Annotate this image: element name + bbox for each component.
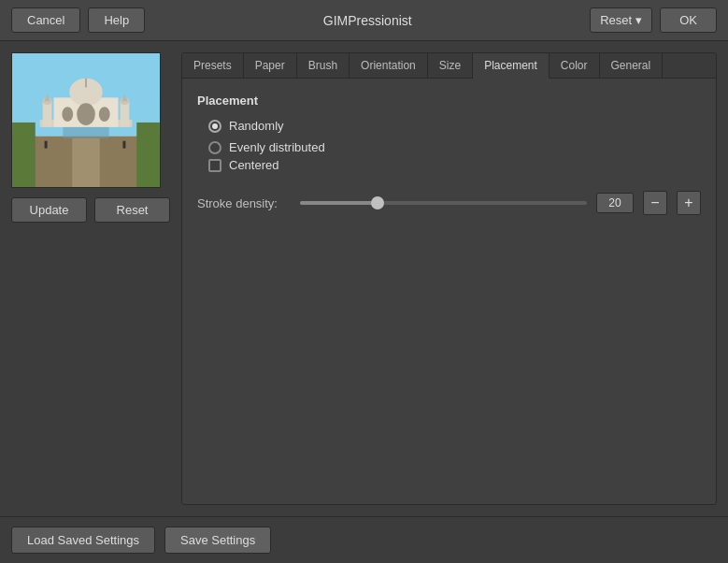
radio-evenly-indicator — [208, 141, 221, 154]
tab-general[interactable]: General — [600, 53, 664, 78]
image-reset-button[interactable]: Reset — [94, 197, 170, 223]
header-left-buttons: Cancel Help — [11, 7, 145, 33]
tab-size[interactable]: Size — [428, 53, 473, 78]
cancel-button[interactable]: Cancel — [11, 7, 80, 33]
tab-placement[interactable]: Placement — [473, 53, 550, 79]
placement-radio-group: Randomly Evenly distributed — [208, 119, 701, 154]
radio-randomly-label: Randomly — [229, 119, 284, 133]
tab-paper[interactable]: Paper — [244, 53, 297, 78]
update-button[interactable]: Update — [11, 197, 87, 223]
checkbox-centered-box — [208, 159, 221, 172]
checkbox-centered[interactable]: Centered — [208, 158, 701, 172]
svg-point-15 — [62, 107, 73, 122]
tab-orientation[interactable]: Orientation — [350, 53, 428, 78]
svg-rect-2 — [12, 123, 36, 187]
stroke-density-slider[interactable] — [300, 201, 587, 205]
save-settings-button[interactable]: Save Settings — [164, 527, 271, 554]
load-settings-button[interactable]: Load Saved Settings — [11, 527, 155, 554]
placement-content: Placement Randomly Evenly distributed Ce… — [182, 79, 716, 504]
placement-title: Placement — [197, 94, 701, 108]
radio-evenly[interactable]: Evenly distributed — [208, 140, 701, 154]
reset-button[interactable]: Reset ▾ — [590, 7, 652, 33]
preview-image — [11, 52, 161, 188]
stroke-density-row: Stroke density: 20 − + — [197, 191, 701, 215]
left-panel: Update Reset — [11, 52, 170, 505]
main-content: Update Reset Presets Paper Brush Orienta… — [0, 41, 728, 516]
stroke-density-label: Stroke density: — [197, 196, 291, 210]
stroke-density-decrement[interactable]: − — [643, 191, 667, 215]
app-title: GIMPressionist — [323, 13, 412, 28]
header: Cancel Help GIMPressionist Reset ▾ OK — [0, 0, 728, 41]
svg-rect-18 — [72, 138, 100, 187]
svg-rect-3 — [136, 123, 160, 187]
tab-brush[interactable]: Brush — [297, 53, 350, 78]
svg-rect-20 — [122, 141, 125, 149]
tabs: Presets Paper Brush Orientation Size Pla… — [182, 53, 716, 79]
svg-rect-17 — [63, 127, 108, 138]
svg-point-16 — [99, 107, 110, 122]
slider-thumb[interactable] — [371, 196, 384, 209]
header-right-buttons: Reset ▾ OK — [590, 7, 717, 33]
reset-label: Reset — [600, 13, 632, 27]
tab-color[interactable]: Color — [550, 53, 600, 78]
svg-rect-6 — [43, 101, 52, 127]
svg-rect-13 — [85, 79, 87, 88]
ok-button[interactable]: OK — [660, 7, 717, 33]
tab-presets[interactable]: Presets — [182, 53, 244, 78]
chevron-down-icon: ▾ — [635, 13, 642, 27]
radio-evenly-label: Evenly distributed — [229, 140, 325, 154]
svg-rect-7 — [120, 101, 129, 127]
footer: Load Saved Settings Save Settings — [0, 516, 728, 563]
stroke-density-increment[interactable]: + — [677, 191, 701, 215]
svg-point-14 — [77, 103, 95, 125]
right-panel: Presets Paper Brush Orientation Size Pla… — [181, 52, 717, 505]
help-button[interactable]: Help — [88, 7, 145, 33]
radio-randomly[interactable]: Randomly — [208, 119, 701, 133]
radio-randomly-indicator — [208, 120, 221, 133]
stroke-density-value: 20 — [596, 193, 634, 213]
checkbox-centered-label: Centered — [229, 158, 278, 172]
image-buttons: Update Reset — [11, 197, 170, 223]
svg-rect-19 — [45, 141, 48, 149]
slider-fill — [300, 201, 378, 205]
